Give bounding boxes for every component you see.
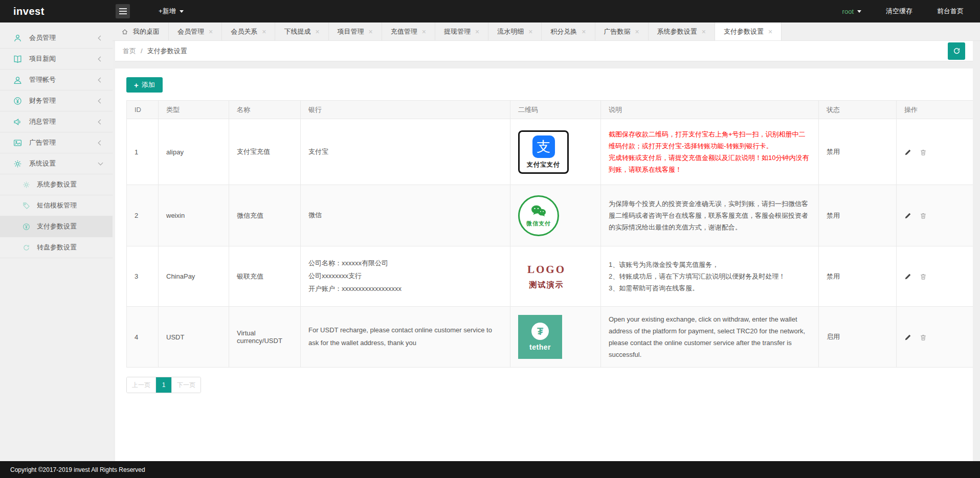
- top-bar: invest +新增 root 清空缓存 前台首页: [0, 0, 980, 22]
- sidebar-item-member-management[interactable]: 会员管理: [0, 28, 113, 49]
- tab-label: 积分兑换: [550, 27, 577, 36]
- edit-icon[interactable]: [904, 149, 911, 156]
- breadcrumb-current: 支付参数设置: [147, 47, 187, 56]
- chevron-left-icon: [98, 119, 103, 124]
- tab-system-params[interactable]: 系统参数设置×: [649, 22, 715, 40]
- wechat-qr-label: 微信支付: [526, 220, 551, 227]
- close-icon[interactable]: ×: [528, 28, 532, 35]
- close-icon[interactable]: ×: [315, 28, 319, 35]
- tab-member-management[interactable]: 会员管理×: [169, 22, 222, 40]
- col-header-actions: 操作: [897, 101, 973, 119]
- book-icon: [13, 55, 22, 63]
- copyright-text: Copyright ©2017-2019 invest All Rights R…: [10, 466, 145, 473]
- footer: Copyright ©2017-2019 invest All Rights R…: [0, 461, 980, 478]
- app-window: invest +新增 root 清空缓存 前台首页 会员管理 项目新闻: [0, 0, 980, 478]
- yen-coin-icon: [13, 97, 22, 105]
- tab-payment-params[interactable]: 支付参数设置×: [715, 22, 782, 40]
- sidebar-item-label: 财务管理: [29, 96, 56, 105]
- tab-label: 系统参数设置: [657, 27, 697, 36]
- delete-icon[interactable]: [920, 212, 927, 219]
- sidebar-item-project-news[interactable]: 项目新闻: [0, 49, 113, 70]
- breadcrumb: 首页 / 支付参数设置: [115, 41, 973, 61]
- gear-icon: [13, 160, 22, 168]
- sidebar-subitem-wheel-params[interactable]: 转盘参数设置: [0, 237, 113, 258]
- delete-icon[interactable]: [920, 334, 927, 341]
- sidebar-item-finance-management[interactable]: 财务管理: [0, 90, 113, 111]
- sidebar: 会员管理 项目新闻 管理帐号 财务管理 消息管理: [0, 22, 113, 461]
- add-button[interactable]: + 添加: [126, 77, 163, 93]
- table-header-row: ID 类型 名称 银行 二维码 说明 状态 操作: [127, 101, 973, 119]
- sidebar-item-label: 消息管理: [29, 117, 56, 126]
- tab-recharge-management[interactable]: 充值管理×: [382, 22, 435, 40]
- edit-icon[interactable]: [904, 273, 911, 280]
- cell-name: 支付宝充值: [229, 119, 301, 185]
- sidebar-item-ad-management[interactable]: 广告管理: [0, 132, 113, 153]
- cell-type: USDT: [159, 307, 229, 368]
- clear-cache-link[interactable]: 清空缓存: [886, 7, 912, 16]
- main-area: 我的桌面 会员管理× 会员关系× 下线提成× 项目管理× 充值管理× 提现管理×…: [113, 22, 980, 461]
- home-icon: [121, 28, 128, 35]
- new-dropdown-button[interactable]: +新增: [159, 7, 184, 16]
- cell-status: 禁用: [819, 119, 897, 185]
- tab-my-desktop[interactable]: 我的桌面: [113, 22, 169, 40]
- tab-project-management[interactable]: 项目管理×: [329, 22, 382, 40]
- chevron-down-icon: [98, 160, 103, 165]
- close-icon[interactable]: ×: [768, 28, 772, 35]
- close-icon[interactable]: ×: [702, 28, 706, 35]
- tether-label: tether: [529, 343, 551, 351]
- cell-name: Virtual currency/USDT: [229, 307, 301, 368]
- tab-ad-data[interactable]: 广告数据×: [595, 22, 649, 40]
- close-icon[interactable]: ×: [582, 28, 586, 35]
- alipay-qr-image: 支 支付宝支付: [518, 130, 569, 174]
- pagination-page-1[interactable]: 1: [156, 377, 172, 393]
- logo-demo-image: LOGO 测试演示: [518, 258, 575, 295]
- close-icon[interactable]: ×: [262, 28, 266, 35]
- close-icon[interactable]: ×: [475, 28, 479, 35]
- edit-icon[interactable]: [904, 334, 911, 341]
- cell-actions: [897, 185, 973, 246]
- sidebar-item-message-management[interactable]: 消息管理: [0, 111, 113, 132]
- close-icon[interactable]: ×: [422, 28, 426, 35]
- user-menu[interactable]: root: [842, 8, 861, 15]
- sidebar-item-label: 短信模板管理: [37, 201, 77, 210]
- close-icon[interactable]: ×: [369, 28, 373, 35]
- tab-flow-details[interactable]: 流水明细×: [488, 22, 542, 40]
- pagination-next-button[interactable]: 下一页: [172, 377, 201, 393]
- breadcrumb-home[interactable]: 首页: [123, 47, 136, 56]
- sidebar-toggle-button[interactable]: [116, 4, 130, 18]
- top-right-menu: root 清空缓存 前台首页: [842, 7, 980, 16]
- tab-downline-commission[interactable]: 下线提成×: [275, 22, 328, 40]
- tab-points-exchange[interactable]: 积分兑换×: [542, 22, 595, 40]
- logo-demo-word: 测试演示: [529, 280, 564, 290]
- chevron-left-icon: [98, 140, 103, 145]
- refresh-button[interactable]: [948, 42, 965, 60]
- front-home-link[interactable]: 前台首页: [937, 7, 964, 16]
- cell-actions: [897, 119, 973, 185]
- rotate-icon: [23, 244, 30, 252]
- edit-icon[interactable]: [904, 212, 911, 219]
- plus-icon: +: [134, 81, 139, 89]
- close-icon[interactable]: ×: [635, 28, 639, 35]
- tab-label: 广告数据: [604, 27, 631, 36]
- col-header-description: 说明: [601, 101, 819, 119]
- sidebar-subitem-sms-templates[interactable]: 短信模板管理: [0, 195, 113, 216]
- sidebar-subitem-payment-params[interactable]: 支付参数设置: [0, 216, 113, 237]
- sidebar-item-label: 会员管理: [29, 33, 56, 42]
- tab-withdraw-management[interactable]: 提现管理×: [435, 22, 488, 40]
- cell-qrcode: 微信支付: [510, 185, 601, 246]
- table-row: 3 ChinaPay 银联充值 公司名称：xxxxxx有限公司 公司xxxxxx…: [127, 246, 973, 307]
- cell-id: 1: [127, 119, 159, 185]
- cell-type: alipay: [159, 119, 229, 185]
- col-header-name: 名称: [229, 101, 301, 119]
- sidebar-subitem-system-params[interactable]: 系统参数设置: [0, 174, 113, 195]
- pagination-prev-button[interactable]: 上一页: [127, 377, 156, 393]
- delete-icon[interactable]: [920, 149, 927, 156]
- sidebar-item-admin-accounts[interactable]: 管理帐号: [0, 70, 113, 90]
- close-icon[interactable]: ×: [209, 28, 213, 35]
- table-row: 2 weixin 微信充值 微信: [127, 185, 973, 246]
- sidebar-item-system-settings[interactable]: 系统设置: [0, 153, 113, 174]
- delete-icon[interactable]: [920, 273, 927, 280]
- tab-member-relations[interactable]: 会员关系×: [222, 22, 275, 40]
- sidebar-item-label: 系统设置: [29, 159, 56, 168]
- cell-description: 1、该账号为兆徵金投专属充值服务， 2、转账成功后，请在下方填写汇款说明以便财务…: [601, 246, 819, 307]
